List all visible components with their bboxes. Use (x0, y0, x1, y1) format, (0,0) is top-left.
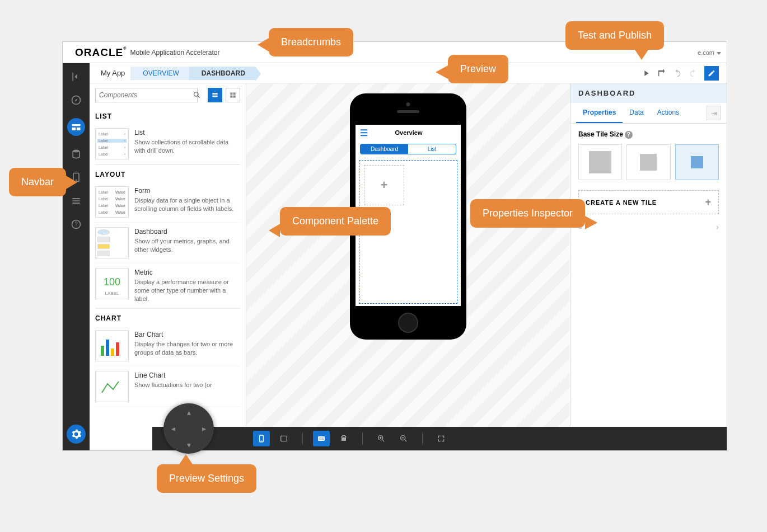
component-list[interactable]: Label› Label› Label› Label› ListShow col… (95, 124, 240, 164)
tile-size-small[interactable] (675, 144, 719, 180)
tab-properties[interactable]: Properties (576, 103, 623, 123)
search-icon (193, 91, 201, 99)
tile-size-large[interactable] (578, 144, 622, 180)
help-icon[interactable]: ? (625, 131, 633, 139)
svg-point-9 (194, 92, 199, 97)
chevron-right-icon: › (716, 222, 719, 232)
view-list-button[interactable] (208, 88, 222, 102)
toolbar-right (642, 66, 727, 81)
nav-designer[interactable] (67, 118, 85, 136)
callout-preview: Preview (448, 55, 508, 83)
bottom-toolbar: iOS (152, 427, 727, 450)
create-new-tile-button[interactable]: CREATE A NEW TILE+ (578, 190, 719, 214)
zoom-out-button[interactable] (395, 431, 412, 446)
svg-rect-11 (233, 92, 236, 95)
device-phone-button[interactable] (253, 431, 270, 446)
breadcrumb: My App OVERVIEW DASHBOARD (90, 63, 727, 83)
brand-logo: ORACLE® (63, 46, 130, 59)
svg-text:?: ? (74, 221, 78, 227)
component-form[interactable]: LabelValue LabelValue LabelValue LabelVa… (95, 182, 240, 223)
compass-icon[interactable] (71, 95, 82, 106)
zoom-in-button[interactable] (373, 431, 390, 446)
callout-preview-settings: Preview Settings (157, 464, 256, 493)
screen-title: Overview (371, 129, 456, 136)
svg-rect-10 (230, 92, 232, 95)
edit-button[interactable] (704, 66, 719, 81)
fullscreen-button[interactable] (433, 431, 450, 446)
svg-rect-13 (233, 96, 236, 98)
svg-rect-12 (230, 96, 232, 98)
crumb-dashboard[interactable]: DASHBOARD (189, 67, 255, 80)
callout-properties-inspector: Properties Inspector (470, 199, 585, 228)
preview-canvas: ☰Overview DashboardList + (246, 83, 570, 450)
help-icon[interactable]: ? (71, 219, 82, 230)
navbar: ? (63, 63, 90, 450)
list-icon[interactable] (71, 195, 82, 206)
properties-inspector: DASHBOARD Properties Data Actions ⇥ Base… (570, 83, 727, 450)
section-chart: CHART (95, 308, 240, 326)
publish-icon[interactable] (657, 69, 666, 78)
svg-point-15 (261, 440, 261, 441)
callout-test-publish: Test and Publish (565, 21, 664, 50)
svg-text:iOS: iOS (319, 437, 324, 440)
section-list: LIST (95, 107, 240, 124)
play-icon[interactable] (642, 69, 651, 78)
settings-button[interactable] (67, 425, 86, 444)
tile-size-options (578, 144, 719, 180)
app-body: ? My App OVERVIEW DASHBOARD (63, 63, 727, 450)
add-tile-placeholder[interactable]: + (364, 165, 404, 205)
redo-icon[interactable] (689, 69, 698, 78)
search-input[interactable] (95, 88, 198, 102)
crumb-app[interactable]: My App (101, 69, 125, 77)
component-line-chart[interactable]: Line ChartShow fluctuations for two (or (95, 366, 240, 407)
svg-rect-3 (77, 128, 81, 130)
inspector-row[interactable]: ≡› (578, 222, 719, 232)
svg-rect-2 (72, 128, 76, 130)
inspector-title: DASHBOARD (570, 83, 727, 103)
undo-icon[interactable] (673, 69, 682, 78)
device-tablet-button[interactable] (275, 431, 292, 446)
app-subtitle: Mobile Application Accelerator (130, 49, 219, 57)
os-android-button[interactable] (335, 431, 352, 446)
content: LIST Label› Label› Label› Label› ListSho… (90, 83, 727, 450)
component-bar-chart[interactable]: Bar ChartDisplay the changes for two or … (95, 326, 240, 366)
component-dashboard[interactable]: DashboardShow off your metrics, graphs, … (95, 223, 240, 263)
database-icon[interactable] (71, 148, 82, 159)
svg-rect-1 (72, 124, 81, 126)
back-icon[interactable] (71, 71, 82, 82)
callout-breadcrumbs: Breadcrumbs (269, 28, 353, 57)
home-button[interactable] (398, 313, 418, 333)
callout-navbar: Navbar (9, 168, 66, 196)
section-layout: LAYOUT (95, 164, 240, 182)
crumb-overview[interactable]: OVERVIEW (130, 67, 189, 80)
view-grid-button[interactable] (226, 88, 240, 102)
component-palette: LIST Label› Label› Label› Label› ListSho… (90, 83, 246, 450)
tab-more-button[interactable]: ⇥ (707, 106, 721, 120)
hamburger-icon[interactable]: ☰ (360, 128, 368, 138)
component-metric[interactable]: 100LABEL MetricDisplay a performance mea… (95, 263, 240, 308)
dpad-control[interactable]: ▴▾◂▸ (163, 403, 214, 454)
tile-size-medium[interactable] (626, 144, 670, 180)
app-window: ORACLE® Mobile Application Accelerator e… (63, 42, 727, 450)
user-menu[interactable]: e.com (698, 49, 727, 56)
svg-rect-16 (281, 436, 287, 441)
main: My App OVERVIEW DASHBOARD (90, 63, 727, 450)
svg-point-4 (73, 150, 79, 153)
segment-control[interactable]: DashboardList (360, 144, 456, 154)
base-tile-size-label: Base Tile Size? (578, 130, 719, 139)
callout-component-palette: Component Palette (280, 207, 391, 236)
tab-data[interactable]: Data (623, 103, 650, 123)
tab-actions[interactable]: Actions (651, 103, 686, 123)
os-ios-button[interactable]: iOS (313, 431, 330, 446)
